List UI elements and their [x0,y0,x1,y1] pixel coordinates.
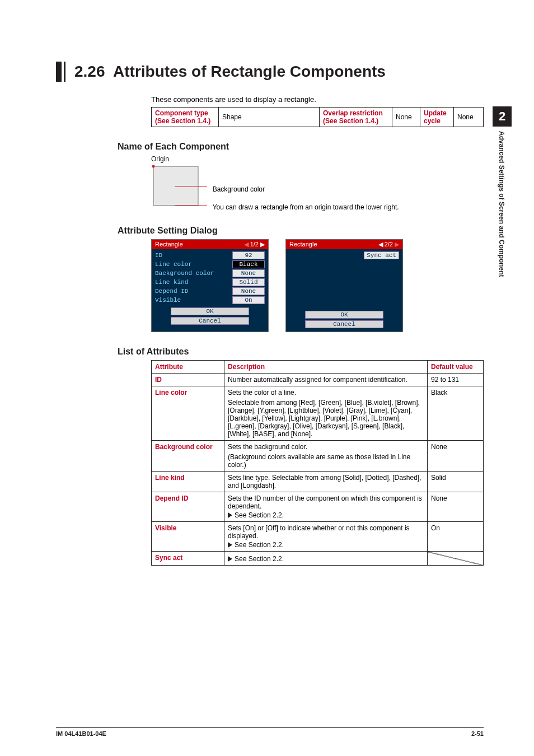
dialog-2-cancel-button[interactable]: Cancel [305,320,383,328]
arrow-icon [228,542,232,548]
dialog-1: Rectangle ◀ 1/2 ▶ ID92Line colorBlackBac… [151,239,269,332]
attr-desc-line: Sets the ID number of the component on w… [228,494,424,510]
attr-name: Sync act [152,552,224,566]
meta-see-2: (See Section 1.4.) [323,117,378,125]
title-bar [56,62,62,82]
attr-desc: See Section 2.2. [224,552,428,566]
table-row: VisibleSets [On] or [Off] to indicate wh… [152,522,484,552]
table-row: Line kindSets line type. Selectable from… [152,472,484,492]
attributes-table: Attribute Description Default value IDNu… [151,360,484,566]
attr-default: None [428,492,484,522]
meta-component-type-label: Component type [155,109,208,117]
section-number: 2.26 [74,63,105,80]
dialog-2-ok-button[interactable]: OK [305,311,383,319]
bg-color-label: Background color [213,185,399,193]
see-reference: See Section 2.2. [228,555,424,563]
dialog-1-row: ID92 [155,251,265,259]
attr-default [428,552,484,566]
dialog-2-title: Rectangle [289,241,317,248]
dialog-row-value[interactable]: 92 [232,251,265,259]
meta-see-1: (See Section 1.4.) [155,117,210,125]
footer-right: 2-51 [471,730,484,737]
dialog-row-label: Background color [155,270,214,277]
attr-name: Line color [152,386,224,441]
attr-default: Black [428,386,484,441]
arrow-icon [228,512,232,518]
meta-component-type-value: Shape [219,108,320,127]
page-footer: IM 04L41B01-04E 2-51 [56,727,484,737]
attr-name: Background color [152,441,224,472]
attr-desc-line: Sets the background color. [228,443,424,451]
dialog-1-row: Line kindSolid [155,278,265,286]
chapter-label: Advanced Settings of Screen and Componen… [493,127,505,277]
dialog-row-label: Depend ID [155,288,188,295]
attr-col-header: Attribute [152,361,224,374]
attr-desc: Sets the ID number of the component on w… [224,492,428,522]
dialog-1-nav[interactable]: ◀ 1/2 ▶ [244,241,265,248]
table-row: Background colorSets the background colo… [152,441,484,472]
table-row: Line colorSets the color of a line.Selec… [152,386,484,441]
dialog-1-ok-button[interactable]: OK [171,307,249,315]
chapter-tab: 2 Advanced Settings of Screen and Compon… [493,106,512,277]
dialog-1-title: Rectangle [155,241,183,248]
attr-desc-line: (Background colors available are same as… [228,453,424,469]
default-col-header: Default value [428,361,484,374]
see-text: See Section 2.2. [235,541,284,549]
attr-desc: Sets the background color.(Background co… [224,441,428,472]
attr-desc-line: Sets [On] or [Off] to indicate whether o… [228,524,424,540]
attr-name: Depend ID [152,492,224,522]
chapter-number: 2 [493,106,512,127]
dialog-row-value[interactable]: Solid [232,278,265,286]
svg-rect-0 [153,166,198,206]
attr-name: Line kind [152,472,224,492]
meta-overlap-value: None [392,108,420,127]
meta-table: Component type (See Section 1.4.) Shape … [151,107,484,127]
section-title: 2.26 Attributes of Rectangle Components [56,62,484,82]
attr-desc-line: Sets line type. Selectable from among [S… [228,474,424,489]
dialog-1-row: Depend IDNone [155,287,265,295]
dialog-2-nav[interactable]: ◀ 2/2 ▶ [378,241,399,248]
rectangle-note: You can draw a rectangle from an origin … [213,203,399,211]
dialog-row-value[interactable]: None [232,287,265,295]
meta-overlap-label: Overlap restriction [323,109,383,117]
attr-desc: Number automatically assigned for compon… [224,374,428,386]
attr-desc: Sets line type. Selectable from among [S… [224,472,428,492]
table-row: Sync actSee Section 2.2. [152,552,484,566]
intro-text: These components are used to display a r… [151,95,484,104]
footer-left: IM 04L41B01-04E [56,730,106,737]
meta-update-value: None [454,108,484,127]
dialog-2: Rectangle ◀ 2/2 ▶ Sync act OK Cancel [285,239,403,332]
attr-name: Visible [152,522,224,552]
sync-act-button[interactable]: Sync act [364,251,399,259]
see-reference: See Section 2.2. [228,541,424,549]
table-row: Depend IDSets the ID number of the compo… [152,492,484,522]
arrow-icon [228,556,232,562]
dialog-row-value[interactable]: Black [232,260,265,268]
attr-desc: Sets [On] or [Off] to indicate whether o… [224,522,428,552]
dialog-row-label: Line kind [155,279,188,286]
name-of-each-component-heading: Name of Each Component [118,142,484,152]
table-row: IDNumber automatically assigned for comp… [152,374,484,386]
dialog-row-value[interactable]: None [232,269,265,277]
see-text: See Section 2.2. [235,511,284,519]
attr-desc: Sets the color of a line.Selectable from… [224,386,428,441]
origin-label: Origin [151,155,484,163]
list-of-attributes-heading: List of Attributes [118,347,484,357]
dialog-1-row: Line colorBlack [155,260,265,268]
dialog-row-label: Visible [155,297,181,304]
dialog-row-label: Line color [155,261,192,268]
see-text: See Section 2.2. [235,555,284,563]
meta-update-label: Update cycle [420,108,454,127]
dialog-1-row: Background colorNone [155,269,265,277]
attr-default: On [428,522,484,552]
attr-desc-line: Number automatically assigned for compon… [228,376,424,384]
dialog-1-cancel-button[interactable]: Cancel [171,317,249,325]
attr-default: None [428,441,484,472]
dialog-row-value[interactable]: On [232,296,265,304]
attribute-setting-dialog-heading: Attribute Setting Dialog [118,226,484,236]
attr-default: Solid [428,472,484,492]
section-heading: Attributes of Rectangle Components [113,63,386,80]
svg-point-1 [152,165,155,168]
see-reference: See Section 2.2. [228,511,424,519]
dialog-1-row: VisibleOn [155,296,265,304]
